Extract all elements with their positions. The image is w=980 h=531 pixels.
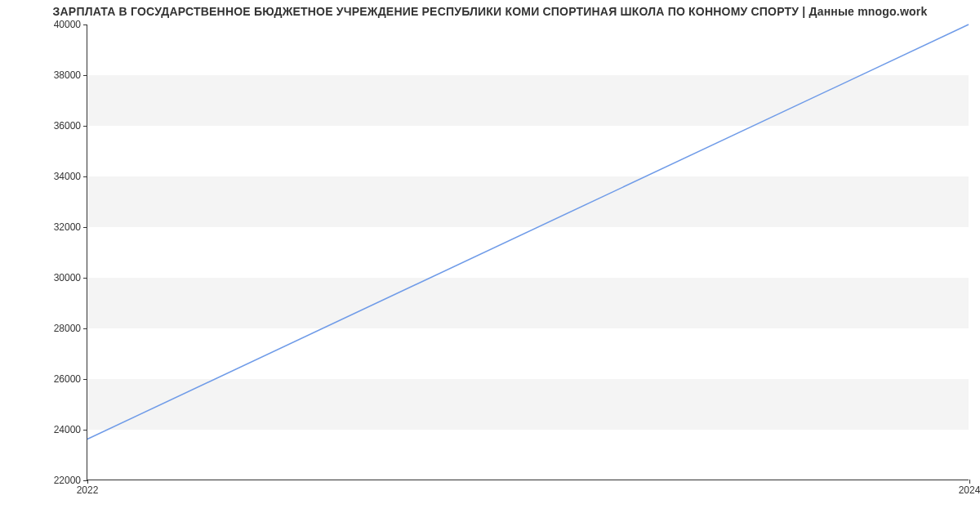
y-tick-label: 40000 <box>54 19 87 30</box>
y-tick-mark <box>83 430 87 431</box>
y-tick-mark <box>83 328 87 329</box>
x-tick-mark <box>969 480 970 484</box>
y-tick-label: 30000 <box>54 272 87 283</box>
chart-container: ЗАРПЛАТА В ГОСУДАРСТВЕННОЕ БЮДЖЕТНОЕ УЧР… <box>0 0 980 531</box>
y-tick-mark <box>83 379 87 380</box>
plot-area: 2200024000260002800030000320003400036000… <box>87 25 969 480</box>
y-tick-label: 26000 <box>54 373 87 385</box>
y-tick-label: 28000 <box>54 323 87 334</box>
y-tick-mark <box>83 227 87 228</box>
y-tick-label: 34000 <box>54 171 87 182</box>
y-tick-label: 32000 <box>54 221 87 233</box>
y-tick-label: 36000 <box>54 120 87 132</box>
x-tick-mark <box>87 480 88 484</box>
y-tick-mark <box>83 176 87 177</box>
chart-title: ЗАРПЛАТА В ГОСУДАРСТВЕННОЕ БЮДЖЕТНОЕ УЧР… <box>0 5 980 18</box>
y-tick-mark <box>83 278 87 279</box>
y-tick-label: 38000 <box>54 69 87 81</box>
y-tick-mark <box>83 126 87 127</box>
y-tick-label: 24000 <box>54 424 87 435</box>
line-series <box>87 25 969 480</box>
series-line <box>87 25 969 439</box>
y-tick-mark <box>83 25 87 25</box>
y-tick-mark <box>83 75 87 76</box>
